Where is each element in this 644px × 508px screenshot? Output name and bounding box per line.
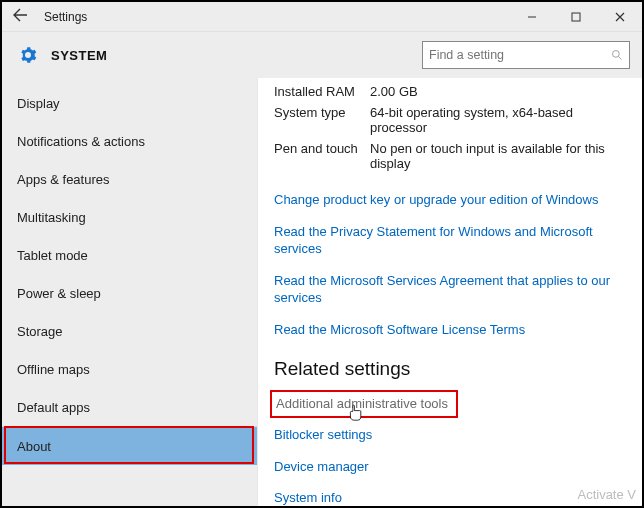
sidebar-item-label: Tablet mode	[17, 248, 88, 263]
header-bar: SYSTEM	[2, 32, 642, 78]
search-icon	[611, 49, 623, 61]
sidebar-item-apps[interactable]: Apps & features	[2, 160, 257, 198]
sidebar-item-default-apps[interactable]: Default apps	[2, 388, 257, 426]
sidebar-item-label: About	[17, 439, 51, 454]
spec-row-pen: Pen and touch No pen or touch input is a…	[274, 141, 642, 171]
sidebar-item-storage[interactable]: Storage	[2, 312, 257, 350]
sidebar-item-label: Offline maps	[17, 362, 90, 377]
title-bar: Settings	[2, 2, 642, 32]
search-box[interactable]	[422, 41, 630, 69]
sidebar-item-label: Storage	[17, 324, 63, 339]
gear-icon	[19, 46, 37, 64]
spec-value: 2.00 GB	[370, 84, 642, 99]
sidebar-item-multitasking[interactable]: Multitasking	[2, 198, 257, 236]
sidebar-item-label: Display	[17, 96, 60, 111]
spec-label: Pen and touch	[274, 141, 370, 171]
back-button[interactable]	[2, 8, 38, 26]
window-controls	[510, 2, 642, 32]
sidebar-item-label: Power & sleep	[17, 286, 101, 301]
link-device-manager[interactable]: Device manager	[274, 458, 642, 476]
sidebar: Display Notifications & actions Apps & f…	[2, 78, 258, 506]
svg-rect-1	[572, 13, 580, 21]
link-change-key[interactable]: Change product key or upgrade your editi…	[274, 191, 642, 209]
close-button[interactable]	[598, 2, 642, 32]
related-heading: Related settings	[274, 358, 642, 380]
sidebar-item-about[interactable]: About	[2, 427, 257, 465]
sidebar-item-notifications[interactable]: Notifications & actions	[2, 122, 257, 160]
sidebar-item-display[interactable]: Display	[2, 84, 257, 122]
sidebar-item-label: Notifications & actions	[17, 134, 145, 149]
spec-label: System type	[274, 105, 370, 135]
link-license[interactable]: Read the Microsoft Software License Term…	[274, 321, 642, 339]
watermark-text: Activate V	[577, 487, 636, 502]
link-agreement[interactable]: Read the Microsoft Services Agreement th…	[274, 272, 642, 307]
spec-value: 64-bit operating system, x64-based proce…	[370, 105, 642, 135]
spec-row-ram: Installed RAM 2.00 GB	[274, 84, 642, 99]
link-privacy[interactable]: Read the Privacy Statement for Windows a…	[274, 223, 642, 258]
sidebar-item-tablet[interactable]: Tablet mode	[2, 236, 257, 274]
svg-line-3	[619, 57, 622, 60]
cursor-icon	[348, 404, 364, 422]
sidebar-item-label: Apps & features	[17, 172, 110, 187]
spec-value: No pen or touch input is available for t…	[370, 141, 642, 171]
sidebar-item-power[interactable]: Power & sleep	[2, 274, 257, 312]
window-title: Settings	[44, 10, 510, 24]
section-name: SYSTEM	[51, 48, 422, 63]
maximize-button[interactable]	[554, 2, 598, 32]
sidebar-item-offline-maps[interactable]: Offline maps	[2, 350, 257, 388]
svg-point-2	[613, 51, 620, 58]
content-pane: Installed RAM 2.00 GB System type 64-bit…	[258, 78, 642, 506]
sidebar-item-label: Multitasking	[17, 210, 86, 225]
sidebar-item-label: Default apps	[17, 400, 90, 415]
spec-row-systype: System type 64-bit operating system, x64…	[274, 105, 642, 135]
search-input[interactable]	[429, 48, 611, 62]
link-bitlocker[interactable]: Bitlocker settings	[274, 426, 642, 444]
minimize-button[interactable]	[510, 2, 554, 32]
spec-label: Installed RAM	[274, 84, 370, 99]
